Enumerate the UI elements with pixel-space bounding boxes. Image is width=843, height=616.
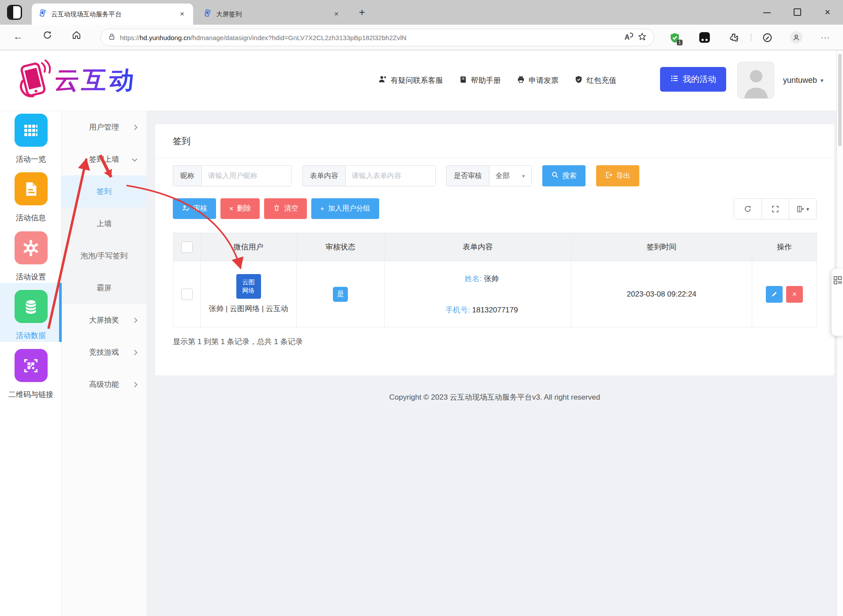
form-content-label: 表单内容	[302, 165, 345, 186]
refresh-icon[interactable]	[42, 30, 52, 43]
submenu-item-wall[interactable]: 上墙	[62, 208, 146, 240]
nickname-label: 昵称	[173, 165, 201, 186]
extensions-puzzle-icon[interactable]	[727, 31, 740, 44]
close-icon: ×	[229, 205, 233, 213]
col-operations: 操作	[752, 233, 817, 261]
delete-button[interactable]: × 删除	[220, 198, 260, 219]
my-activity-button[interactable]: 我的活动	[660, 67, 726, 92]
nav-label: 申请发票	[529, 75, 559, 85]
export-label: 导出	[616, 171, 630, 181]
menu-item-screen-lottery[interactable]: 大屏抽奖	[62, 304, 146, 336]
audit-filter-label: 是否审核	[446, 165, 489, 186]
delete-row-button[interactable]: ×	[786, 286, 803, 303]
window-minimize-button[interactable]	[763, 12, 771, 13]
submenu-item-screen-takeover[interactable]: 霸屏	[62, 272, 146, 304]
browser-toolbar: ← https://hd.yunhudong.cn/hdmanage/datas…	[0, 25, 843, 50]
row-checkbox[interactable]	[181, 289, 193, 300]
qrcode-icon	[15, 349, 48, 382]
add-to-group-label: 加入用户分组	[328, 204, 370, 213]
browser-tab-active[interactable]: 云互动现场互动服务平台 ×	[32, 4, 193, 25]
username-dropdown[interactable]: yuntuweb ▾	[783, 50, 824, 111]
nav-redpacket-recharge[interactable]: 红包充值	[574, 75, 616, 86]
window-close-button[interactable]: ×	[822, 7, 833, 18]
table-columns-button[interactable]: ▾	[789, 199, 816, 219]
window-maximize-button[interactable]	[794, 8, 801, 16]
scrollbar-thumb[interactable]	[838, 54, 842, 146]
sidebar-item-label: 活动信息	[0, 213, 62, 223]
menu-item-user-management[interactable]: 用户管理	[62, 111, 146, 143]
nav-help-manual[interactable]: 帮助手册	[459, 75, 501, 86]
edit-button[interactable]	[766, 286, 783, 303]
menu-item-signin-wall[interactable]: 签到上墙	[62, 143, 146, 175]
search-icon	[551, 171, 559, 181]
audit-select[interactable]: 全部 ▾	[489, 165, 532, 186]
extension-dark-icon[interactable]	[698, 31, 711, 44]
plus-icon: +	[320, 205, 324, 213]
copilot-icon[interactable]	[761, 31, 773, 44]
col-signin-time: 签到时间	[571, 233, 752, 261]
browser-menu-icon[interactable]: ···	[819, 31, 832, 44]
menu-label: 签到上墙	[89, 154, 119, 164]
browser-tab-inactive[interactable]: 大屏签到 ×	[197, 4, 347, 25]
sidebar-item-activity-settings[interactable]: 活动设置	[0, 231, 62, 282]
audit-label: 审核	[193, 204, 207, 213]
nav-label: 帮助手册	[471, 75, 501, 85]
fixed-columns-panel[interactable]	[832, 269, 843, 336]
gear-icon	[15, 231, 48, 264]
submenu-label: 泡泡/手写签到	[81, 251, 128, 261]
export-button[interactable]: 导出	[596, 165, 639, 186]
tab-title: 云互动现场互动服务平台	[51, 10, 173, 19]
submenu-item-signin[interactable]: 签到	[62, 175, 146, 208]
select-all-checkbox[interactable]	[181, 241, 193, 253]
nav-contact-support[interactable]: 有疑问联系客服	[378, 75, 443, 86]
table-fullscreen-button[interactable]	[761, 199, 789, 219]
menu-item-competitive-games[interactable]: 竞技游戏	[62, 336, 146, 368]
search-label: 搜索	[563, 171, 577, 181]
browser-profile-icon[interactable]	[790, 31, 802, 44]
col-wechat-user: 微信用户	[201, 233, 297, 261]
shield-adblock-icon[interactable]: 1	[668, 31, 681, 44]
tab-close-icon[interactable]: ×	[332, 10, 341, 19]
menu-label: 高级功能	[89, 379, 119, 390]
clear-button[interactable]: 清空	[264, 198, 307, 219]
search-button[interactable]: 搜索	[542, 165, 586, 186]
form-content-input[interactable]	[345, 165, 436, 186]
nav-request-invoice[interactable]: 申请发票	[517, 75, 559, 86]
submenu-label: 签到	[97, 186, 112, 197]
sidebar-item-qrcode-links[interactable]: 二维码与链接	[0, 349, 62, 400]
tab-close-icon[interactable]: ×	[177, 10, 187, 19]
audit-button[interactable]: 审核	[173, 198, 216, 219]
menu-item-advanced-features[interactable]: 高级功能	[62, 368, 146, 401]
book-icon	[459, 75, 467, 86]
sidebar-item-activity-info[interactable]: 活动信息	[0, 172, 62, 223]
signin-table: 微信用户 审核状态 表单内容 签到时间 操作 云图 网络	[173, 233, 817, 327]
home-icon[interactable]	[71, 30, 82, 43]
delete-label: 删除	[237, 204, 251, 213]
add-to-group-button[interactable]: + 加入用户分组	[311, 198, 379, 219]
user-avatar[interactable]	[737, 62, 774, 99]
add-favorite-icon[interactable]	[638, 32, 647, 43]
chevron-down-icon: ▾	[522, 173, 525, 179]
record-summary: 显示第 1 到第 1 条记录，总共 1 条记录	[173, 337, 303, 347]
workspaces-icon[interactable]	[7, 5, 22, 20]
nickname-filter: 昵称	[173, 165, 292, 186]
sidebar-item-activity-overview[interactable]: 活动一览	[0, 114, 62, 164]
address-bar[interactable]: https://hd.yunhudong.cn/hdmanage/datasig…	[101, 29, 654, 46]
submenu-item-bubble-handwrite[interactable]: 泡泡/手写签到	[62, 240, 146, 272]
chevron-down-icon: ▾	[821, 77, 824, 84]
bulk-action-bar: 审核 × 删除 清空 + 加入用户分组	[173, 198, 379, 219]
site-logo[interactable]: 云互动	[12, 58, 137, 103]
table-refresh-button[interactable]	[734, 199, 761, 219]
sidebar-item-activity-data[interactable]: 活动数据	[0, 290, 62, 341]
nav-label: 有疑问联系客服	[391, 75, 443, 85]
sidebar-item-label: 二维码与链接	[0, 390, 62, 400]
back-icon[interactable]: ←	[13, 31, 23, 42]
clear-label: 清空	[284, 204, 298, 213]
form-content-filter: 表单内容	[302, 165, 436, 186]
nickname-input[interactable]	[201, 165, 292, 186]
printer-icon	[517, 75, 525, 86]
read-aloud-icon[interactable]: A	[624, 33, 633, 41]
user-name: 张帅 | 云图网络 | 云互动	[201, 303, 296, 315]
new-tab-button[interactable]: +	[355, 6, 369, 19]
signin-wall-submenu: 签到 上墙 泡泡/手写签到 霸屏	[62, 175, 146, 304]
